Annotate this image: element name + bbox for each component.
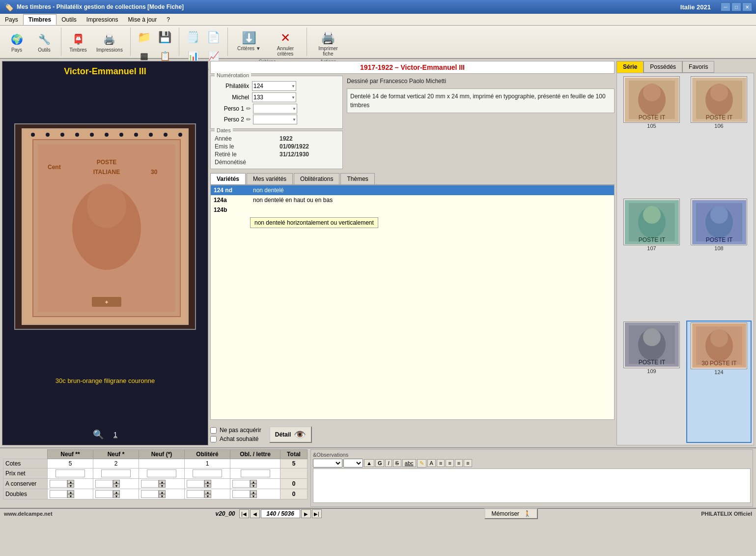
stamp-thumb-124[interactable]: 30 POSTE IT 124 xyxy=(686,321,752,443)
tab-varietes[interactable]: Variétés xyxy=(210,173,246,184)
detail-button[interactable]: Détail 👁️ xyxy=(269,426,312,443)
collection-btn1[interactable]: 📁 xyxy=(135,29,154,46)
obs-underline-btn[interactable]: abc xyxy=(402,459,416,467)
obs-italic-btn[interactable]: I xyxy=(385,459,392,467)
obs-font-select[interactable] xyxy=(313,459,342,468)
a-conserver-spin2[interactable]: ▲ ▼ xyxy=(95,480,125,488)
tab-mes-varietes[interactable]: Mes variétés xyxy=(247,173,293,184)
stamp-thumb-108[interactable]: POSTE IT 108 xyxy=(686,198,752,318)
doubles-spin4[interactable]: ▲ ▼ xyxy=(187,490,216,498)
nav-prev-button[interactable]: ◀ xyxy=(250,509,260,518)
a-conserver-spin1[interactable]: ▲ ▼ xyxy=(50,480,79,488)
menu-outils[interactable]: Outils xyxy=(56,15,82,25)
prix-net-input1[interactable] xyxy=(56,469,85,477)
variety-row-124a[interactable]: 124a non dentelé en haut ou en bas xyxy=(211,195,614,205)
doubles-spin1[interactable]: ▲ ▼ xyxy=(50,490,79,498)
prix-net-input4[interactable] xyxy=(193,469,222,477)
variety-row-124b[interactable]: 124b xyxy=(211,205,614,215)
timbres-button[interactable]: 📮 Timbres xyxy=(65,30,91,54)
obs-increase-btn[interactable]: ▲ xyxy=(364,459,374,467)
a-conserver-spin5[interactable]: ▲ ▼ xyxy=(232,480,262,488)
obs-bold-btn[interactable]: G xyxy=(375,459,385,467)
thumb-num-124: 124 xyxy=(714,369,723,375)
stamp-number[interactable]: 1 xyxy=(113,431,117,439)
menu-maj[interactable]: Mise à jour xyxy=(123,15,162,25)
perso1-edit-icon[interactable]: ✏ xyxy=(246,105,251,112)
a-conserver-spin4[interactable]: ▲ ▼ xyxy=(187,480,216,488)
restore-button[interactable]: □ xyxy=(731,2,741,11)
tab-themes[interactable]: Thèmes xyxy=(340,173,374,184)
obs-justify-btn[interactable]: ≡ xyxy=(464,459,472,467)
demonetise-label: Démonétisé xyxy=(215,159,276,166)
philatelix-select[interactable]: 124 xyxy=(252,81,296,91)
michel-select[interactable]: 133 xyxy=(252,92,296,102)
svg-point-17 xyxy=(119,133,123,137)
obs-size-select[interactable] xyxy=(343,459,363,468)
ne-pas-acquerir-label[interactable]: Ne pas acquérir xyxy=(210,427,261,434)
prix-net-input5[interactable] xyxy=(241,469,270,477)
spin-down[interactable]: ▼ xyxy=(67,484,74,488)
close-button[interactable]: ✕ xyxy=(742,2,752,11)
cotes-row: Cotes 5 2 1 5 xyxy=(3,459,308,468)
nav-last-button[interactable]: ▶| xyxy=(312,509,322,518)
achat-souhaite-checkbox[interactable] xyxy=(210,436,217,442)
imprimer-fiche-button[interactable]: 🖨️ Imprimerfiche xyxy=(311,29,345,58)
vues-btn1[interactable]: 🗒️ xyxy=(183,29,203,46)
prix-net-neuf1[interactable] xyxy=(93,468,139,479)
prix-net-oblitere[interactable] xyxy=(185,468,230,479)
series-tab-favoris[interactable]: Favoris xyxy=(682,61,714,73)
perso2-edit-icon[interactable]: ✏ xyxy=(246,116,251,123)
nav-first-button[interactable]: |◀ xyxy=(239,509,249,518)
series-tab-serie[interactable]: Série xyxy=(616,61,644,73)
spin-down2[interactable]: ▼ xyxy=(113,484,120,488)
obs-align-center-btn[interactable]: ≡ xyxy=(446,459,453,467)
stamp-main-title: Victor-Emmanuel III xyxy=(64,66,146,77)
stamp-thumb-106[interactable]: POSTE IT 106 xyxy=(686,75,752,196)
observations-textarea[interactable] xyxy=(313,468,751,503)
stamp-thumb-107[interactable]: POSTE IT 107 xyxy=(619,198,684,318)
stamp-thumb-109[interactable]: POSTE IT 109 xyxy=(619,321,684,443)
menu-pays[interactable]: Pays xyxy=(0,15,23,25)
annuler-criteres-button[interactable]: ✕ Annulercritères xyxy=(268,29,303,58)
nav-next-button[interactable]: ▶ xyxy=(301,509,311,518)
tab-obliterations[interactable]: Oblitérations xyxy=(294,173,339,184)
obs-strike-btn[interactable]: S xyxy=(393,459,401,467)
doubles-spin2[interactable]: ▲ ▼ xyxy=(95,490,125,498)
a-conserver-label: A conserver xyxy=(3,479,48,489)
stamp-thumb-105[interactable]: POSTE IT 105 xyxy=(619,75,684,196)
achat-souhaite-label[interactable]: Achat souhaité xyxy=(210,436,261,442)
menu-impressions[interactable]: Impressions xyxy=(82,15,123,25)
obs-font-color-btn[interactable]: A xyxy=(427,459,436,467)
pays-button[interactable]: 🌍 Pays xyxy=(4,30,29,54)
doubles-spin5[interactable]: ▲ ▼ xyxy=(232,490,262,498)
outils-button[interactable]: 🔧 Outils xyxy=(31,30,57,54)
obs-align-left-btn[interactable]: ≡ xyxy=(437,459,445,467)
obs-align-right-btn[interactable]: ≡ xyxy=(455,459,463,467)
obs-color-btn[interactable]: ✎ xyxy=(417,459,426,468)
prix-net-obl-lettre[interactable] xyxy=(230,468,280,479)
checkboxes: Ne pas acquérir Achat souhaité xyxy=(210,427,261,442)
ne-pas-acquerir-checkbox[interactable] xyxy=(210,427,217,434)
criteres-button[interactable]: ⬇️ Critères ▼ xyxy=(232,29,266,53)
spin-up2[interactable]: ▲ xyxy=(113,480,120,484)
perso2-select[interactable] xyxy=(253,115,297,124)
doubles-spin3[interactable]: ▲ ▼ xyxy=(141,490,170,498)
variety-row-124nd[interactable]: 124 nd non dentelé xyxy=(211,185,614,195)
spin-up[interactable]: ▲ xyxy=(67,480,74,484)
zoom-icon[interactable]: 🔍 xyxy=(93,429,104,440)
menu-timbres[interactable]: Timbres xyxy=(23,14,56,25)
series-tab-possedes[interactable]: Possédés xyxy=(644,61,682,73)
vues-btn2[interactable]: 📄 xyxy=(204,29,224,46)
prix-net-input2[interactable] xyxy=(101,469,131,477)
minimize-button[interactable]: ─ xyxy=(721,2,730,11)
menu-help[interactable]: ? xyxy=(162,15,175,25)
prix-net-neuf0[interactable] xyxy=(139,468,185,479)
prix-net-neuf2[interactable] xyxy=(48,468,93,479)
prix-net-input3[interactable] xyxy=(147,469,176,477)
collection-btn2[interactable]: 💾 xyxy=(155,29,175,46)
annee-value: 1922 xyxy=(280,135,338,142)
memoriser-button[interactable]: Mémoriser 🚶 xyxy=(484,508,538,519)
a-conserver-spin3[interactable]: ▲ ▼ xyxy=(141,480,170,488)
impressions-button[interactable]: 🖨️ Impressions xyxy=(93,30,126,54)
perso1-select[interactable] xyxy=(253,104,297,114)
